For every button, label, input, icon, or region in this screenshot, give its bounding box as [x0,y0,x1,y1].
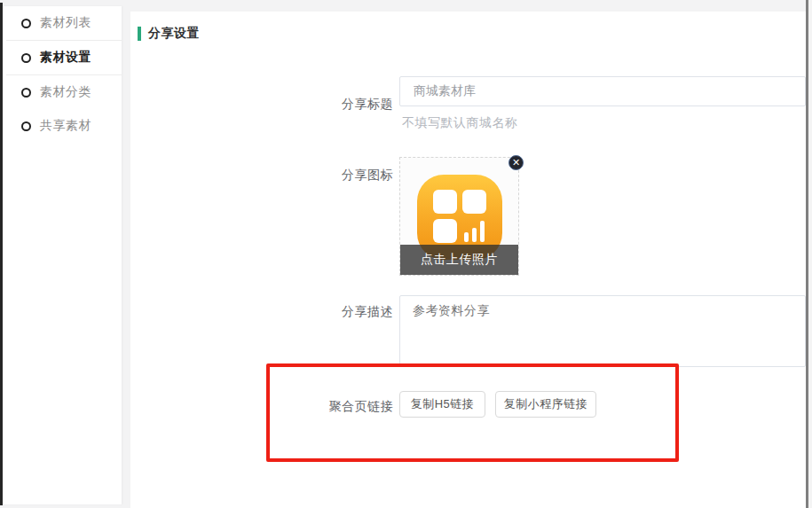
sidebar-item-shared-material[interactable]: 共享素材 [3,109,122,143]
sidebar-item-material-category[interactable]: 素材分类 [3,75,122,109]
sidebar-item-material-settings[interactable]: 素材设置 [3,41,122,74]
share-title-input[interactable] [399,76,806,106]
upload-photo-button[interactable]: 点击上传照片 [400,245,518,275]
copy-miniprogram-link-button[interactable]: 复制小程序链接 [495,391,596,418]
icon-upload-box[interactable]: 点击上传照片 ✕ [399,157,519,276]
icon-square-bottom-left [433,219,457,243]
share-desc-textarea[interactable] [399,295,806,367]
section-header: 分享设置 [138,26,200,42]
icon-square-top-left [433,190,457,214]
share-title-helper-text: 不填写默认商城名称 [402,115,518,131]
remove-icon-button[interactable]: ✕ [508,155,524,170]
radio-circle-icon [21,88,31,98]
scrollbar-thumb[interactable] [806,0,808,508]
page-title: 分享设置 [148,26,200,42]
aggregate-link-label: 聚合页链接 [130,399,393,415]
share-icon-label: 分享图标 [130,168,393,184]
radio-circle-icon [21,19,31,28]
icon-bar-chart [463,219,486,243]
share-title-label: 分享标题 [130,97,393,113]
copy-h5-link-button[interactable]: 复制H5链接 [399,391,485,418]
sidebar-item-label: 素材设置 [40,50,91,66]
app-screen: 素材列表 素材设置 素材分类 共享素材 分享设置 分享标题 不填写默认商城名称 … [0,0,812,508]
sidebar-item-label: 素材分类 [40,84,91,100]
radio-circle-icon [21,121,31,131]
accent-bar [138,27,141,41]
main-panel: 分享设置 分享标题 不填写默认商城名称 分享图标 点击上传照片 ✕ 分享描述 聚… [130,12,806,508]
radio-circle-icon [21,53,31,63]
sidebar: 素材列表 素材设置 素材分类 共享素材 [3,6,122,504]
scrollbar-track [806,0,812,508]
sidebar-item-label: 素材列表 [40,15,91,31]
icon-square-top-right [462,190,486,214]
share-desc-label: 分享描述 [130,304,393,320]
app-icon-grid [433,190,486,243]
sidebar-item-label: 共享素材 [40,118,91,134]
sidebar-item-material-list[interactable]: 素材列表 [3,6,122,40]
